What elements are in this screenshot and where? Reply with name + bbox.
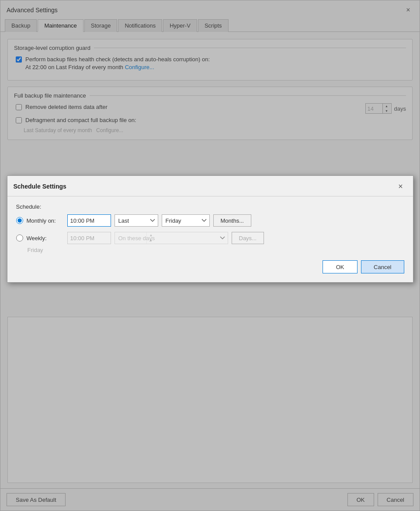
monthly-label: Monthly on: [27, 217, 64, 224]
weekly-schedule-row: Weekly: ▲ ▼ On these days Days... [16, 232, 404, 244]
dialog-ok-button[interactable]: OK [323, 260, 358, 273]
dialog-title: Schedule Settings [14, 183, 66, 190]
monthly-schedule-row: Monthly on: ▲ ▼ First Second Third Fourt… [16, 214, 404, 227]
days-button: Days... [232, 232, 264, 244]
weekly-days-select: On these days [115, 232, 228, 244]
monthly-time-spinner: ▲ ▼ [67, 214, 111, 227]
monthly-radio[interactable] [16, 217, 23, 224]
dialog-title-bar: Schedule Settings × [7, 176, 413, 196]
weekly-time-spinner: ▲ ▼ [67, 232, 111, 244]
dialog-footer: OK Cancel [16, 257, 404, 273]
main-window: Advanced Settings × Backup Maintenance S… [0, 0, 420, 511]
dialog-body: Schedule: Monthly on: ▲ ▼ First Se [7, 196, 413, 282]
weekly-day-display: Friday [28, 247, 404, 253]
schedule-dialog: Schedule Settings × Schedule: Monthly on… [7, 175, 413, 283]
dialog-close-button[interactable]: × [395, 180, 407, 192]
day-select[interactable]: Sunday Monday Tuesday Wednesday Thursday… [162, 214, 210, 227]
occurrence-select[interactable]: First Second Third Fourth Last [115, 214, 158, 227]
months-button[interactable]: Months... [213, 214, 251, 227]
weekly-radio[interactable] [16, 234, 23, 242]
dialog-cancel-button[interactable]: Cancel [361, 260, 404, 273]
schedule-label: Schedule: [16, 203, 404, 210]
weekly-section: Weekly: ▲ ▼ On these days Days... [16, 232, 404, 253]
weekly-label: Weekly: [27, 235, 64, 242]
schedule-dialog-overlay: Schedule Settings × Schedule: Monthly on… [0, 0, 420, 511]
